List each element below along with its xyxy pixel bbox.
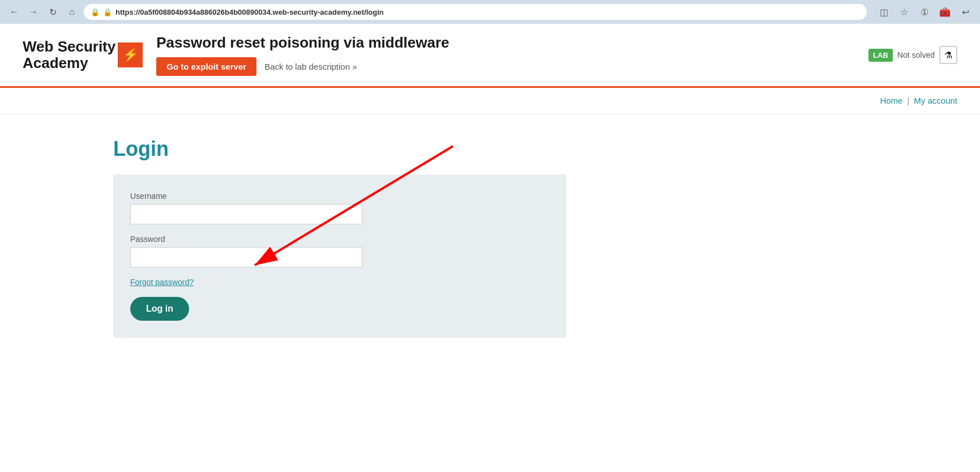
password-group: Password <box>130 235 549 267</box>
qr-icon[interactable]: ◫ <box>876 4 892 20</box>
lock-icon: 🔒 <box>103 8 112 16</box>
my-account-link[interactable]: My account <box>914 96 957 105</box>
header-actions: Go to exploit server Back to lab descrip… <box>156 57 855 76</box>
back-button[interactable]: ← <box>7 5 22 19</box>
address-bar[interactable]: 🔒 🔒 https://0a5f008804b934a886026b4b0089… <box>84 4 867 20</box>
nav-separator: | <box>907 96 909 105</box>
main-content: Login Username Password Forgot password?… <box>0 114 980 360</box>
star-icon[interactable]: ☆ <box>896 4 912 20</box>
login-form-wrapper: Username Password Forgot password? Log i… <box>113 175 867 338</box>
lab-badge: LAB <box>868 49 893 62</box>
forward-button[interactable]: → <box>26 5 41 19</box>
browser-chrome: ← → ↻ ⌂ 🔒 🔒 https://0a5f008804b934a88602… <box>0 0 980 24</box>
logo-icon <box>118 42 143 67</box>
url-text: https://0a5f008804b934a886026b4b00890034… <box>115 8 384 16</box>
username-label: Username <box>130 192 549 201</box>
exploit-server-button[interactable]: Go to exploit server <box>156 57 256 76</box>
login-form-container: Username Password Forgot password? Log i… <box>113 175 566 338</box>
profile-icon[interactable]: ① <box>917 4 932 20</box>
logo-area: Web Security Academy <box>23 39 143 71</box>
undo-icon[interactable]: ↩ <box>957 4 973 20</box>
home-button[interactable]: ⌂ <box>65 5 79 19</box>
site-nav: Home | My account <box>0 88 980 114</box>
lab-status: Not solved <box>897 50 935 59</box>
browser-icons: ◫ ☆ ① 🧰 ↩ <box>876 4 973 20</box>
header-content: Password reset poisoning via middleware … <box>156 34 855 76</box>
login-title: Login <box>113 137 867 161</box>
back-to-lab-link[interactable]: Back to lab description » <box>264 62 357 71</box>
home-link[interactable]: Home <box>880 96 902 105</box>
password-label: Password <box>130 235 549 244</box>
shield-icon: 🔒 <box>91 8 100 16</box>
reload-button[interactable]: ↻ <box>45 5 60 19</box>
lab-badge-area: LAB Not solved ⚗ <box>868 46 957 64</box>
username-input[interactable] <box>130 204 362 224</box>
site-header: Web Security Academy Password reset pois… <box>0 24 980 88</box>
extension-icon[interactable]: 🧰 <box>937 4 953 20</box>
lab-title: Password reset poisoning via middleware <box>156 34 855 52</box>
password-input[interactable] <box>130 247 362 267</box>
forgot-password-link[interactable]: Forgot password? <box>130 278 549 287</box>
login-button[interactable]: Log in <box>130 297 189 321</box>
username-group: Username <box>130 192 549 224</box>
nav-links: Home | My account <box>880 96 957 105</box>
flask-icon[interactable]: ⚗ <box>939 46 957 64</box>
logo-text: Web Security Academy <box>23 39 115 71</box>
